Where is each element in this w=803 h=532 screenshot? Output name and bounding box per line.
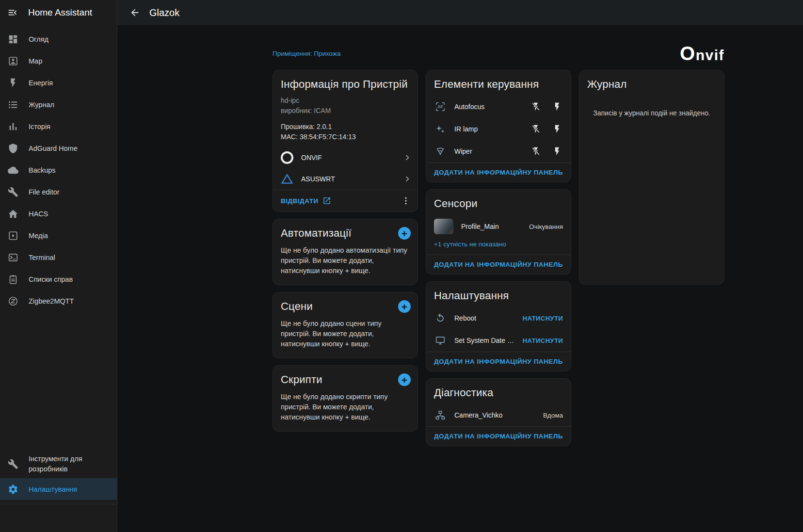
card-title: Сенсори — [426, 190, 571, 215]
flash-icon[interactable] — [552, 146, 562, 156]
account-box-icon — [7, 56, 19, 66]
sidebar-item-label: Налаштування — [29, 485, 77, 493]
sidebar-item-label: AdGuard Home — [29, 145, 78, 152]
integration-row-asuswrt[interactable]: ASUSWRT — [273, 168, 418, 190]
sidebar-item-label: Огляд — [29, 35, 48, 43]
visit-link[interactable]: ВІДВІДАТИ — [281, 196, 331, 205]
logbook-card: Журнал Записів у журналі подій не знайде… — [579, 70, 724, 285]
chevron-right-icon — [402, 174, 413, 184]
controls-card: Елементи керування Autofocus — [426, 70, 571, 182]
config-label: Reboot — [454, 314, 515, 322]
integration-row-onvif[interactable]: ONVIF — [273, 147, 418, 168]
app-window: Home Assistant Огляд Map Енергія Журнал … — [0, 0, 803, 532]
device-mac: MAC: 38:54:F5:7C:14:13 — [281, 132, 410, 142]
control-row-autofocus[interactable]: Autofocus — [426, 96, 571, 118]
view-dashboard-icon — [7, 34, 19, 45]
config-row-set-date[interactable]: Set System Date an… НАТИСНУТИ — [426, 329, 571, 352]
add-to-dashboard-link[interactable]: ДОДАТИ НА ІНФОРМАЦІЙНУ ПАНЕЛЬ — [434, 433, 563, 440]
flash-icon[interactable] — [552, 102, 562, 112]
sidebar-item-file-editor[interactable]: File editor — [0, 181, 117, 203]
column-entities: Елементи керування Autofocus — [426, 70, 571, 446]
wiper-icon — [434, 146, 447, 157]
device-info-card: Інформація про Пристрій hd-ipc виробник:… — [273, 70, 418, 212]
sidebar-item-label: HACS — [29, 210, 48, 218]
hidden-entities-link[interactable]: +1 сутність не показано — [434, 241, 506, 248]
page-content: Приміщення: Прихожа Onvif Інформація про… — [117, 25, 803, 532]
integration-name: ASUSWRT — [301, 175, 394, 183]
chevron-right-icon — [402, 152, 413, 163]
onvif-logo: Onvif — [680, 44, 724, 63]
sidebar-item-adguard[interactable]: AdGuard Home — [0, 137, 117, 159]
sidebar-item-logbook[interactable]: Журнал — [0, 94, 117, 115]
configuration-card-footer: ДОДАТИ НА ІНФОРМАЦІЙНУ ПАНЕЛЬ — [426, 352, 571, 371]
diagnostics-card-footer: ДОДАТИ НА ІНФОРМАЦІЙНУ ПАНЕЛЬ — [426, 426, 571, 446]
sidebar-item-overview[interactable]: Огляд — [0, 28, 117, 50]
sidebar-menu: Огляд Map Енергія Журнал Історія AdGuard… — [0, 25, 117, 450]
back-button[interactable] — [125, 3, 145, 22]
lightning-icon — [7, 78, 19, 88]
flash-off-icon[interactable] — [531, 124, 541, 134]
automations-empty-text: Ще не було додано автоматизації типу при… — [273, 244, 418, 285]
sensor-row-profile-main[interactable]: Profile_Main Очікування — [426, 215, 571, 238]
lan-icon — [434, 410, 447, 420]
sidebar-item-label: Енергія — [29, 79, 53, 87]
hidden-entities-row: +1 сутність не показано — [426, 238, 571, 255]
press-button[interactable]: НАТИСНУТИ — [523, 315, 563, 322]
control-row-wiper[interactable]: Wiper — [426, 140, 571, 162]
sidebar-item-label: Backups — [29, 166, 56, 174]
scenes-empty-text: Ще не було додано сцени типу пристрій. В… — [273, 318, 418, 358]
control-row-ir-lamp[interactable]: IR lamp — [426, 118, 571, 140]
sidebar-item-label: Медіа — [29, 232, 48, 240]
control-label: Autofocus — [454, 103, 523, 111]
add-to-dashboard-link[interactable]: ДОДАТИ НА ІНФОРМАЦІЙНУ ПАНЕЛЬ — [434, 169, 563, 176]
flash-off-icon[interactable] — [531, 102, 541, 112]
press-button[interactable]: НАТИСНУТИ — [523, 337, 563, 344]
device-card-footer: ВІДВІДАТИ — [273, 190, 418, 211]
flash-icon[interactable] — [552, 124, 562, 134]
add-to-dashboard-link[interactable]: ДОДАТИ НА ІНФОРМАЦІЙНУ ПАНЕЛЬ — [434, 261, 563, 268]
column-logbook: Журнал Записів у журналі подій не знайде… — [579, 70, 724, 285]
restart-icon — [434, 313, 447, 323]
camera-thumbnail — [434, 219, 453, 234]
sidebar-item-zigbee2mqtt[interactable]: Zigbee2MQTT — [0, 290, 117, 312]
topbar: Glazok — [117, 0, 803, 25]
sidebar-header: Home Assistant — [0, 0, 117, 25]
sensor-state: Очікування — [529, 223, 563, 230]
sidebar-item-label: Map — [29, 57, 42, 65]
sidebar-item-terminal[interactable]: Terminal — [0, 246, 117, 268]
automations-card: Автоматизації + Ще не було додано автома… — [273, 219, 418, 285]
shimmer-icon — [434, 124, 447, 134]
device-firmware: Прошивка: 2.0.1 — [281, 122, 410, 132]
play-box-icon — [7, 230, 19, 241]
sidebar-item-energy[interactable]: Енергія — [0, 72, 117, 94]
sidebar-item-media[interactable]: Медіа — [0, 225, 117, 246]
sidebar-item-hacs[interactable]: HACS — [0, 203, 117, 225]
sidebar-item-backups[interactable]: Backups — [0, 159, 117, 181]
add-script-button[interactable]: + — [398, 373, 411, 386]
add-to-dashboard-link[interactable]: ДОДАТИ НА ІНФОРМАЦІЙНУ ПАНЕЛЬ — [434, 358, 563, 365]
diagnostics-card: Діагностика Camera_Vichko Вдома ДОДАТИ Н… — [426, 378, 571, 446]
device-details: hd-ipc виробник: ICAM Прошивка: 2.0.1 MA… — [273, 96, 418, 147]
sidebar-item-dev-tools[interactable]: Інструменти для розробників — [0, 450, 117, 478]
area-link[interactable]: Приміщення: Прихожа — [273, 50, 340, 57]
add-scene-button[interactable]: + — [398, 300, 411, 313]
card-title: Інформація про Пристрій — [273, 70, 418, 96]
scenes-card: Сцени + Ще не було додано сцени типу при… — [273, 292, 418, 358]
card-title: Журнал — [579, 70, 724, 96]
monitor-icon — [434, 335, 447, 346]
content-header: Приміщення: Прихожа Onvif — [273, 44, 724, 63]
more-menu-button[interactable] — [399, 196, 413, 206]
sidebar-item-settings[interactable]: Налаштування — [0, 478, 117, 500]
sidebar-toggle-button[interactable] — [7, 7, 18, 18]
list-icon — [7, 99, 19, 110]
sidebar-item-map[interactable]: Map — [0, 50, 117, 72]
sidebar-item-todo-lists[interactable]: Списки справ — [0, 268, 117, 290]
flash-off-icon[interactable] — [531, 146, 541, 156]
dev-tools-icon — [7, 459, 19, 469]
sidebar-item-history[interactable]: Історія — [0, 115, 117, 137]
diagnostic-row-camera-vichko[interactable]: Camera_Vichko Вдома — [426, 404, 571, 426]
chart-icon — [7, 121, 19, 132]
add-automation-button[interactable]: + — [398, 227, 411, 240]
sidebar-item-label: Інструменти для розробників — [29, 454, 101, 474]
config-row-reboot[interactable]: Reboot НАТИСНУТИ — [426, 307, 571, 329]
